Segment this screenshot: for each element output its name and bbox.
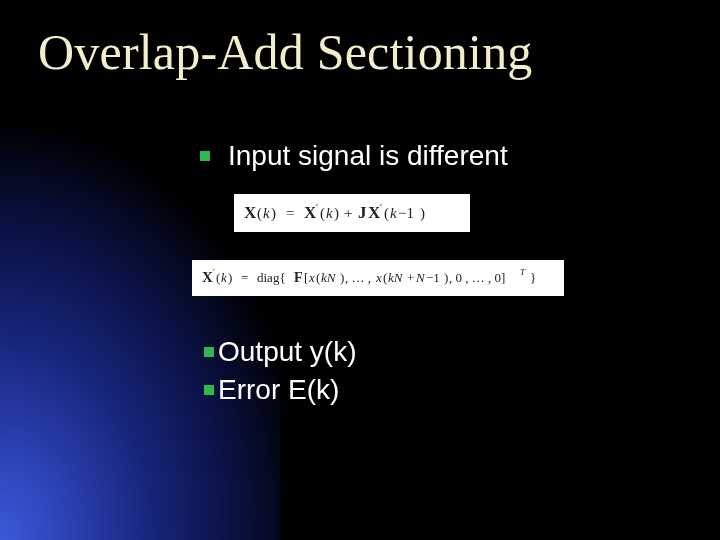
equation-1: X ( k ) = X ′ ( k ) + J X ′ ( (234, 194, 470, 232)
svg-text:k: k (326, 205, 333, 221)
bullet-text-input: Input signal is different (228, 140, 508, 172)
svg-text:x: x (375, 270, 382, 285)
svg-text:J: J (358, 203, 367, 222)
bullet-row-output: Output y(k) (204, 336, 690, 368)
svg-text:N: N (415, 270, 426, 285)
svg-text:(: ( (320, 205, 325, 222)
svg-text:+: + (344, 205, 352, 221)
slide-title: Overlap-Add Sectioning (38, 26, 700, 79)
svg-text:(: ( (316, 270, 320, 285)
svg-text:=: = (241, 270, 248, 285)
svg-text:−1: −1 (398, 205, 414, 221)
svg-text:′: ′ (380, 202, 382, 213)
slide: Overlap-Add Sectioning Input signal is d… (0, 0, 720, 540)
equation-2-container: X ′ ( k ) = diag{ F [ x ( kN ) , … , (192, 260, 690, 296)
slide-body: Input signal is different X ( k ) = X ′ … (200, 140, 690, 412)
svg-text:′: ′ (213, 267, 215, 277)
svg-text:): ) (420, 205, 425, 222)
svg-text:k: k (221, 270, 227, 285)
bullet-row-error: Error E(k) (204, 374, 690, 406)
svg-text:): ) (228, 270, 232, 285)
square-bullet-icon (204, 347, 214, 357)
svg-text:, … ,: , … , (345, 270, 371, 285)
svg-text:−1: −1 (426, 270, 440, 285)
svg-text:kN: kN (321, 270, 337, 285)
equation-2: X ′ ( k ) = diag{ F [ x ( kN ) , … , (192, 260, 564, 296)
svg-text:X: X (202, 269, 213, 285)
svg-text:=: = (286, 205, 294, 221)
svg-text:(: ( (216, 270, 220, 285)
svg-text:): ) (334, 205, 339, 222)
svg-text:X: X (244, 203, 257, 222)
svg-text:kN: kN (388, 270, 404, 285)
svg-text:): ) (340, 270, 344, 285)
bullet-text-error: Error E(k) (218, 374, 339, 406)
svg-text:diag{: diag{ (257, 270, 286, 285)
lower-bullets: Output y(k) Error E(k) (204, 336, 690, 406)
svg-text:[: [ (304, 270, 308, 285)
square-bullet-icon (204, 385, 214, 395)
svg-text:x: x (308, 270, 315, 285)
bullet-text-output: Output y(k) (218, 336, 356, 368)
bullet-row-input: Input signal is different (200, 140, 690, 172)
equation-1-container: X ( k ) = X ′ ( k ) + J X ′ ( (234, 194, 690, 232)
svg-text:+: + (407, 270, 414, 285)
svg-text:F: F (294, 270, 303, 285)
svg-text:): ) (444, 270, 448, 285)
svg-text:): ) (271, 205, 276, 222)
svg-text:k: k (263, 205, 270, 221)
svg-text:, 0 , … , 0]: , 0 , … , 0] (449, 270, 505, 285)
svg-text:k: k (390, 205, 397, 221)
square-bullet-icon (200, 151, 210, 161)
svg-text:(: ( (257, 205, 262, 222)
svg-text:(: ( (384, 205, 389, 222)
svg-text:(: ( (383, 270, 387, 285)
svg-text:}: } (530, 270, 536, 285)
svg-text:T: T (520, 267, 526, 277)
svg-text:′: ′ (316, 202, 318, 213)
